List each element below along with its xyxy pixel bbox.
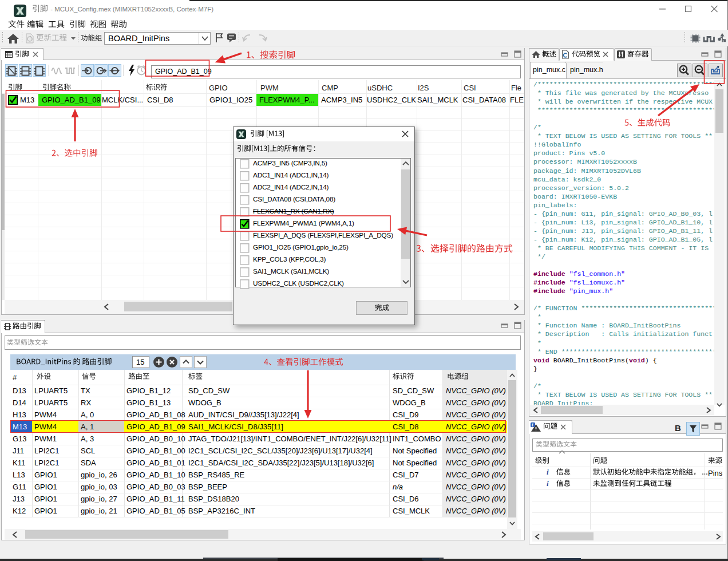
svg-text:i: i — [547, 468, 549, 476]
svg-text:i: i — [547, 480, 549, 487]
